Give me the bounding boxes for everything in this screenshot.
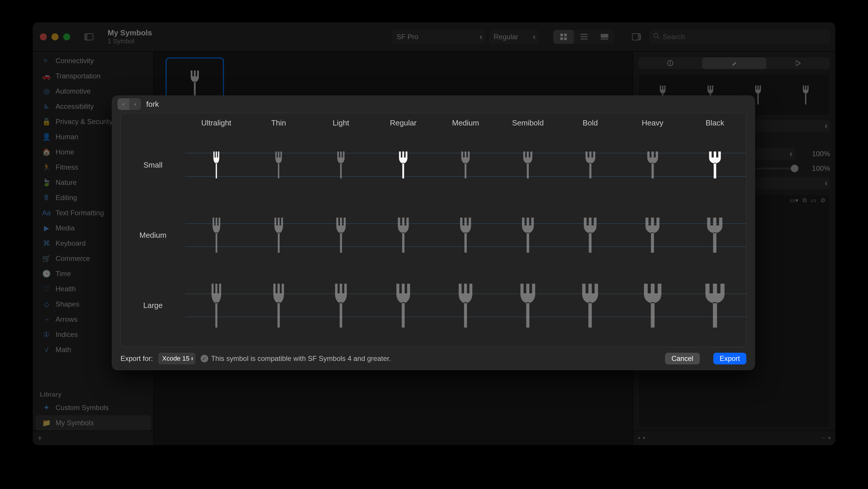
fork-icon: [707, 218, 723, 253]
compat-note: ✓ This symbol is compatible with SF Symb…: [200, 355, 391, 363]
sheet-footer: Export for: Xcode 15 ▴▾ ✓ This symbol is…: [112, 350, 755, 370]
weight-header-heavy: Heavy: [621, 118, 684, 127]
variant-cell[interactable]: [247, 271, 310, 341]
weight-header-ultralight: Ultralight: [185, 118, 247, 127]
fork-icon: [271, 218, 287, 253]
checkmark-icon: ✓: [200, 355, 208, 362]
fork-icon: [273, 152, 284, 178]
variant-cell[interactable]: [684, 130, 746, 200]
export-target-value: Xcode 15: [162, 355, 189, 362]
variant-cell[interactable]: [372, 271, 434, 341]
variant-cell[interactable]: [185, 200, 247, 270]
fork-icon: [705, 284, 725, 328]
scale-row-large: Large: [121, 271, 746, 341]
app-window: My Symbols 1 Symbol SF Pro ▴▾ Regular ▴▾: [33, 22, 835, 445]
fork-icon: [393, 284, 413, 328]
nav-segment: ‹ ›: [118, 98, 141, 110]
chevron-left-icon: ‹: [123, 101, 124, 107]
weight-header-black: Black: [684, 118, 746, 127]
weight-header-thin: Thin: [247, 118, 310, 127]
fork-icon: [643, 284, 663, 328]
variant-cell[interactable]: [372, 130, 434, 200]
cancel-label: Cancel: [672, 355, 693, 363]
variant-cell[interactable]: [559, 271, 621, 341]
fork-icon: [460, 152, 471, 178]
weight-header-semibold: Semibold: [497, 118, 559, 127]
fork-icon: [395, 218, 411, 253]
variant-cell[interactable]: [497, 200, 559, 270]
fork-icon: [522, 152, 534, 178]
fork-icon: [580, 284, 600, 328]
variant-cell[interactable]: [434, 130, 497, 200]
sheet-header: ‹ › fork: [112, 95, 755, 113]
sheet-title: fork: [146, 100, 159, 109]
cancel-button[interactable]: Cancel: [665, 353, 700, 364]
variant-cell[interactable]: [621, 271, 684, 341]
fork-icon: [520, 218, 536, 253]
variant-cell[interactable]: [247, 130, 310, 200]
weight-header-medium: Medium: [434, 118, 497, 127]
variant-cell[interactable]: [310, 200, 372, 270]
scale-row-small: Small: [121, 130, 746, 200]
export-target-select[interactable]: Xcode 15 ▴▾: [158, 353, 195, 364]
variant-cell[interactable]: [434, 200, 497, 270]
variant-cell[interactable]: [310, 271, 372, 341]
variant-cell[interactable]: [310, 130, 372, 200]
variant-cell[interactable]: [684, 200, 746, 270]
fork-icon: [210, 152, 222, 178]
fork-icon: [209, 218, 224, 253]
compat-text: This symbol is compatible with SF Symbol…: [211, 355, 391, 363]
fork-icon: [458, 218, 473, 253]
scale-label: Small: [121, 160, 185, 170]
fork-icon: [645, 218, 660, 253]
export-for-label: Export for:: [121, 355, 153, 363]
weight-headers: UltralightThinLightRegularMediumSemibold…: [121, 116, 746, 130]
fork-icon: [335, 152, 347, 178]
weight-header-light: Light: [310, 118, 372, 127]
variant-cell[interactable]: [434, 271, 497, 341]
fork-icon: [647, 152, 659, 178]
nav-forward-button[interactable]: ›: [129, 98, 141, 110]
variant-cell[interactable]: [372, 200, 434, 270]
scale-label: Large: [121, 301, 185, 310]
fork-icon: [397, 152, 409, 178]
export-button[interactable]: Export: [713, 353, 746, 364]
fork-icon: [333, 218, 349, 253]
fork-icon: [584, 152, 596, 178]
fork-icon: [456, 284, 475, 328]
variant-cell[interactable]: [497, 271, 559, 341]
fork-icon: [518, 284, 538, 328]
fork-icon: [582, 218, 598, 253]
variant-cell[interactable]: [559, 200, 621, 270]
variant-cell[interactable]: [621, 130, 684, 200]
variant-cell[interactable]: [559, 130, 621, 200]
variant-cell[interactable]: [247, 200, 310, 270]
fork-icon: [709, 152, 721, 178]
variant-cell[interactable]: [621, 200, 684, 270]
variant-cell[interactable]: [684, 271, 746, 341]
weight-header-bold: Bold: [559, 118, 621, 127]
fork-icon: [331, 284, 351, 328]
chevron-updown-icon: ▴▾: [191, 357, 193, 361]
chevron-right-icon: ›: [134, 101, 136, 107]
nav-back-button[interactable]: ‹: [118, 98, 129, 110]
scale-row-medium: Medium: [121, 200, 746, 270]
fork-icon: [207, 284, 226, 328]
weight-header-regular: Regular: [372, 118, 434, 127]
fork-icon: [269, 284, 289, 328]
export-sheet: ‹ › fork UltralightThinLightRegularMediu…: [112, 95, 755, 370]
export-label: Export: [720, 355, 740, 363]
variant-cell[interactable]: [185, 130, 247, 200]
variant-cell[interactable]: [185, 271, 247, 341]
weight-scale-grid: UltralightThinLightRegularMediumSemibold…: [121, 113, 746, 347]
variant-cell[interactable]: [497, 130, 559, 200]
scale-label: Medium: [121, 231, 185, 240]
